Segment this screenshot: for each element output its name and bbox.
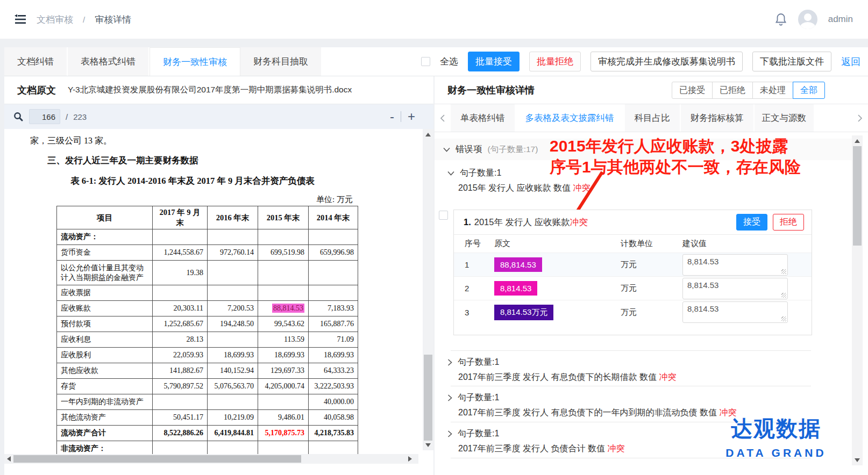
suggestion-input[interactable]: 8,814.53 (682, 254, 788, 276)
resize-grip-icon[interactable] (781, 269, 786, 274)
suggestion-input[interactable]: 8,814.53 (682, 301, 788, 323)
sentence-group-header[interactable]: 句子数量:1 (447, 168, 501, 179)
sentence-count: 句子数量:1 (458, 357, 499, 368)
review-content: 错误项 (句子数量:17) 句子数量:1 2015年 发行人 应收账款 数值 冲… (435, 132, 868, 475)
row-seq: 3 (454, 308, 494, 317)
chevron-left-icon[interactable] (435, 104, 451, 132)
resize-grip-icon[interactable] (781, 293, 786, 298)
conflict-tag: 冲突 (570, 217, 588, 228)
main-tab-0[interactable]: 文档纠错 (4, 47, 68, 76)
breadcrumb-doc-review[interactable]: 文档审核 (37, 13, 73, 26)
unit-label: 万元 (621, 283, 682, 293)
accept-button[interactable]: 接受 (736, 214, 767, 231)
search-icon[interactable] (13, 111, 24, 122)
original-value-badge[interactable]: 88,814.53 (494, 257, 542, 272)
filter-1[interactable]: 已拒绝 (712, 82, 753, 99)
batch-reject-button[interactable]: 批量拒绝 (529, 52, 581, 71)
doc-table-caption: 表 6-1: 发行人 2014-2016 年末及 2017 年 9 月末合并资产… (4, 175, 381, 187)
filter-2[interactable]: 未处理 (752, 82, 793, 99)
doc-table-row: 流动资产合计8,522,886.266,419,844.815,170,875.… (57, 426, 358, 441)
doc-table-row: 流动资产： (57, 229, 358, 245)
avatar[interactable] (798, 10, 817, 29)
status-filter-group: 已接受已拒绝未处理全部 (672, 82, 825, 99)
scroll-down-arrow[interactable] (852, 456, 863, 464)
error-item-checkbox[interactable] (439, 211, 448, 220)
doc-table-row: 货币资金1,244,558.67972,760.14699,519.98659,… (57, 245, 358, 261)
main-tab-1[interactable]: 表格格式纠错 (68, 47, 150, 76)
review-tab-2[interactable]: 科目占比 (625, 104, 681, 132)
reject-button[interactable]: 拒绝 (773, 214, 804, 231)
doc-col-4: 2014 年末 (309, 206, 358, 229)
doc-vscroll-thumb[interactable] (424, 355, 432, 441)
back-link[interactable]: 返回 (841, 55, 860, 68)
scroll-down-arrow[interactable] (423, 441, 433, 449)
download-annotated-button[interactable]: 下载批注版文件 (752, 52, 831, 71)
scroll-up-arrow[interactable] (423, 130, 433, 139)
resize-grip-icon[interactable] (781, 316, 786, 321)
review-tab-3[interactable]: 财务指标核算 (681, 104, 755, 132)
filter-3[interactable]: 全部 (793, 82, 825, 99)
suggestion-input[interactable]: 8,814.53 (682, 278, 788, 299)
logo-english: DATA GRAND (725, 447, 827, 459)
original-value-badge[interactable]: 8,814.53万元 (494, 305, 553, 320)
sentence-summary: 2015年 发行人 应收账款 数值 冲突 (458, 183, 590, 194)
card-col-1: 原文 (494, 239, 621, 249)
review-vertical-scrollbar[interactable] (852, 135, 863, 465)
caret-down-icon (447, 171, 454, 176)
doc-hscroll-thumb[interactable] (13, 455, 301, 463)
main-tab-3[interactable]: 财务科目抽取 (240, 47, 322, 76)
document-panel: 文档原文 Y-3北京城建投资发展股份有限公司2017年度第一期中期票据募集说明书… (4, 76, 433, 475)
menu-fold-icon[interactable] (14, 13, 27, 25)
doc-col-3: 2015 年末 (258, 206, 309, 229)
highlighted-value: 88,814.53 (272, 304, 304, 313)
review-panel: 财务一致性审核详情 已接受已拒绝未处理全部 单表格纠错多表格及表文披露纠错科目占… (435, 76, 868, 475)
review-tab-4[interactable]: 正文与源数 (755, 104, 815, 132)
review-tab-1[interactable]: 多表格及表文披露纠错 (516, 104, 625, 132)
doc-horizontal-scrollbar[interactable] (4, 454, 418, 464)
error-detail-card: 1. 2015年 发行人 应收账款 冲突 接受 拒绝 序号原文计数单位建议值 1… (453, 210, 812, 335)
zoom-in-button[interactable]: + (408, 110, 415, 123)
doc-vertical-scrollbar[interactable] (423, 129, 433, 450)
doc-filename: Y-3北京城建投资发展股份有限公司2017年度第一期中期票据募集说明书.docx (68, 84, 352, 96)
complete-generate-button[interactable]: 审核完成并生成修改版募集说明书 (590, 52, 743, 71)
review-tab-0[interactable]: 单表格纠错 (451, 104, 516, 132)
filter-0[interactable]: 已接受 (672, 82, 713, 99)
doc-table-row: 存货5,790,897.525,076,563.704,205,000.743,… (57, 379, 358, 394)
scroll-right-arrow[interactable] (405, 455, 414, 463)
doc-table-row: 一年内到期的非流动资产40,000.00 (57, 394, 358, 410)
review-vscroll-thumb[interactable] (853, 146, 862, 246)
doc-pager-bar: / 223 - + (4, 104, 433, 129)
select-all-checkbox[interactable] (421, 57, 430, 66)
conflict-tag: 冲突 (659, 372, 676, 382)
error-list-item[interactable]: 句子数量:12017年前三季度 发行人 有息负债下的长期借款 数值 冲突 (447, 357, 813, 383)
card-title: 2015年 发行人 应收账款 (474, 217, 570, 228)
balance-sheet-table: 项目2017 年 9 月末2016 年末2015 年末2014 年末 流动资产：… (56, 206, 358, 454)
caret-down-icon (443, 147, 450, 152)
breadcrumb-separator: / (83, 15, 85, 24)
logo-chinese: 达观数据 (725, 414, 827, 443)
doc-col-2: 2016 年末 (208, 206, 258, 229)
doc-panel-title: 文档原文 (17, 84, 56, 97)
doc-table-header-row: 项目2017 年 9 月末2016 年末2015 年末2014 年末 (57, 206, 358, 229)
red-annotation: 2015年发行人应收账款，3处披露 序号1与其他两处不一致，存在风险 (550, 135, 851, 177)
card-table-body: 188,814.53万元8,814.5328,814.53万元8,814.533… (454, 253, 812, 324)
chevron-right-icon[interactable] (852, 104, 868, 132)
caret-right-icon (447, 430, 452, 437)
main-tab-2[interactable]: 财务一致性审核 (150, 47, 240, 76)
card-row-1: 188,814.53万元8,814.53 (454, 253, 812, 277)
zoom-out-button[interactable]: - (390, 110, 394, 123)
datagrand-logo: 达观数据 DATA GRAND (725, 414, 827, 459)
original-value-badge[interactable]: 8,814.53 (494, 281, 537, 296)
main-toolbar: 文档纠错表格格式纠错财务一致性审核财务科目抽取 全选 批量接受 批量拒绝 审核完… (4, 47, 868, 76)
bell-icon[interactable] (774, 12, 787, 26)
card-col-2: 计数单位 (621, 239, 682, 249)
scroll-left-arrow[interactable] (4, 455, 13, 463)
username: admin (828, 14, 853, 25)
doc-section-heading: 三、发行人近三年及一期主要财务数据 (47, 155, 198, 167)
error-group-count: (句子数量:17) (488, 144, 538, 155)
list-divider (451, 350, 811, 351)
card-row-2: 28,814.53万元8,814.53 (454, 277, 812, 300)
page-number-input[interactable] (29, 109, 60, 124)
batch-accept-button[interactable]: 批量接受 (468, 52, 520, 71)
scroll-up-arrow[interactable] (852, 136, 863, 145)
